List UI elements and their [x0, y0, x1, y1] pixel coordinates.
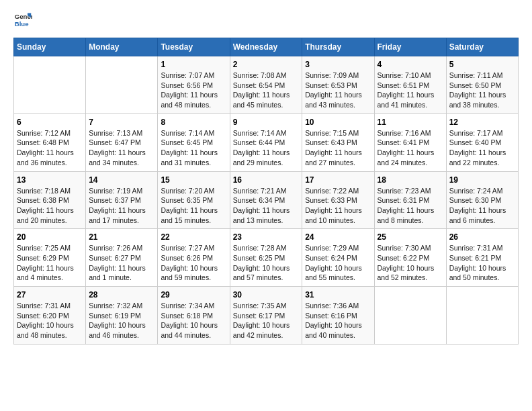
cell-content: Sunrise: 7:25 AM Sunset: 6:29 PM Dayligh… — [17, 243, 83, 283]
sunset: Sunset: 6:33 PM — [305, 196, 357, 204]
header-day: Sunday — [14, 38, 86, 56]
cell-content: Sunrise: 7:35 AM Sunset: 6:17 PM Dayligh… — [233, 301, 300, 340]
sunrise: Sunrise: 7:12 AM — [17, 129, 71, 137]
sunset: Sunset: 6:26 PM — [161, 254, 213, 262]
cell-content: Sunrise: 7:27 AM Sunset: 6:26 PM Dayligh… — [161, 243, 226, 283]
daylight: Daylight: 11 hours and 15 minutes. — [161, 206, 218, 224]
daylight: Daylight: 11 hours and 34 minutes. — [89, 148, 146, 167]
header-day: Thursday — [302, 38, 374, 56]
calendar-cell: 31 Sunrise: 7:36 AM Sunset: 6:16 PM Dayl… — [302, 287, 374, 345]
calendar-cell: 5 Sunrise: 7:11 AM Sunset: 6:50 PM Dayli… — [446, 56, 518, 114]
daylight: Daylight: 11 hours and 41 minutes. — [378, 91, 435, 109]
calendar-cell: 1 Sunrise: 7:07 AM Sunset: 6:56 PM Dayli… — [158, 56, 230, 114]
calendar-cell: 13 Sunrise: 7:18 AM Sunset: 6:38 PM Dayl… — [14, 171, 86, 229]
sunrise: Sunrise: 7:35 AM — [233, 302, 287, 310]
cell-content: Sunrise: 7:26 AM Sunset: 6:27 PM Dayligh… — [89, 243, 154, 283]
sunrise: Sunrise: 7:26 AM — [89, 244, 142, 252]
sunset: Sunset: 6:41 PM — [378, 138, 430, 146]
daylight: Daylight: 10 hours and 40 minutes. — [305, 321, 362, 339]
cell-content: Sunrise: 7:16 AM Sunset: 6:41 PM Dayligh… — [378, 128, 443, 168]
day-number: 16 — [233, 175, 300, 185]
calendar-week-row: 1 Sunrise: 7:07 AM Sunset: 6:56 PM Dayli… — [14, 56, 519, 114]
day-number: 3 — [305, 60, 371, 69]
calendar-table: SundayMondayTuesdayWednesdayThursdayFrid… — [13, 38, 519, 345]
sunset: Sunset: 6:56 PM — [161, 81, 213, 89]
daylight: Daylight: 10 hours and 42 minutes. — [233, 321, 290, 339]
sunrise: Sunrise: 7:36 AM — [305, 302, 359, 310]
daylight: Daylight: 11 hours and 27 minutes. — [305, 148, 362, 167]
sunset: Sunset: 6:35 PM — [161, 196, 213, 204]
sunrise: Sunrise: 7:31 AM — [17, 302, 71, 310]
sunset: Sunset: 6:30 PM — [449, 196, 502, 204]
cell-content: Sunrise: 7:30 AM Sunset: 6:22 PM Dayligh… — [378, 243, 443, 283]
calendar-cell: 3 Sunrise: 7:09 AM Sunset: 6:53 PM Dayli… — [302, 56, 374, 114]
daylight: Daylight: 11 hours and 1 minute. — [89, 264, 146, 282]
calendar-cell: 6 Sunrise: 7:12 AM Sunset: 6:48 PM Dayli… — [14, 113, 86, 171]
calendar-cell: 23 Sunrise: 7:28 AM Sunset: 6:25 PM Dayl… — [230, 229, 302, 287]
sunset: Sunset: 6:44 PM — [233, 138, 285, 146]
day-number: 20 — [17, 232, 83, 242]
calendar-cell: 9 Sunrise: 7:14 AM Sunset: 6:44 PM Dayli… — [230, 113, 302, 171]
sunset: Sunset: 6:54 PM — [233, 81, 285, 89]
calendar-cell: 26 Sunrise: 7:31 AM Sunset: 6:21 PM Dayl… — [446, 229, 518, 287]
cell-content: Sunrise: 7:12 AM Sunset: 6:48 PM Dayligh… — [17, 128, 83, 168]
day-number: 26 — [449, 232, 515, 242]
sunset: Sunset: 6:29 PM — [17, 254, 69, 262]
header-day: Friday — [374, 38, 446, 56]
day-number: 13 — [17, 175, 83, 185]
cell-content: Sunrise: 7:28 AM Sunset: 6:25 PM Dayligh… — [233, 243, 300, 283]
sunrise: Sunrise: 7:11 AM — [449, 71, 503, 79]
daylight: Daylight: 11 hours and 4 minutes. — [17, 264, 74, 282]
daylight: Daylight: 10 hours and 44 minutes. — [161, 321, 218, 339]
calendar-cell: 18 Sunrise: 7:23 AM Sunset: 6:31 PM Dayl… — [374, 171, 446, 229]
calendar-cell: 10 Sunrise: 7:15 AM Sunset: 6:43 PM Dayl… — [302, 113, 374, 171]
sunset: Sunset: 6:25 PM — [233, 254, 285, 262]
cell-content: Sunrise: 7:13 AM Sunset: 6:47 PM Dayligh… — [89, 128, 154, 168]
sunset: Sunset: 6:16 PM — [305, 312, 357, 320]
day-number: 30 — [233, 290, 300, 300]
day-number: 31 — [305, 290, 371, 300]
calendar-cell: 4 Sunrise: 7:10 AM Sunset: 6:51 PM Dayli… — [374, 56, 446, 114]
daylight: Daylight: 10 hours and 55 minutes. — [305, 264, 362, 282]
daylight: Daylight: 11 hours and 20 minutes. — [17, 206, 74, 224]
header-day: Tuesday — [158, 38, 230, 56]
sunrise: Sunrise: 7:20 AM — [161, 187, 214, 195]
daylight: Daylight: 10 hours and 46 minutes. — [89, 321, 146, 339]
day-number: 12 — [449, 118, 515, 127]
day-number: 27 — [17, 290, 83, 300]
sunset: Sunset: 6:40 PM — [449, 138, 502, 146]
day-number: 5 — [449, 60, 515, 69]
sunrise: Sunrise: 7:21 AM — [233, 187, 287, 195]
header-row: SundayMondayTuesdayWednesdayThursdayFrid… — [14, 38, 519, 56]
cell-content: Sunrise: 7:31 AM Sunset: 6:20 PM Dayligh… — [17, 301, 83, 340]
sunrise: Sunrise: 7:30 AM — [378, 244, 431, 252]
daylight: Daylight: 11 hours and 17 minutes. — [89, 206, 146, 224]
header-day: Wednesday — [230, 38, 302, 56]
day-number: 18 — [378, 175, 443, 185]
daylight: Daylight: 11 hours and 24 minutes. — [378, 148, 435, 167]
cell-content: Sunrise: 7:18 AM Sunset: 6:38 PM Dayligh… — [17, 186, 83, 226]
sunset: Sunset: 6:22 PM — [378, 254, 430, 262]
sunset: Sunset: 6:31 PM — [378, 196, 430, 204]
header-day: Saturday — [446, 38, 518, 56]
cell-content: Sunrise: 7:22 AM Sunset: 6:33 PM Dayligh… — [305, 186, 371, 226]
calendar-cell: 7 Sunrise: 7:13 AM Sunset: 6:47 PM Dayli… — [86, 113, 158, 171]
sunrise: Sunrise: 7:14 AM — [233, 129, 287, 137]
daylight: Daylight: 11 hours and 38 minutes. — [449, 91, 506, 109]
daylight: Daylight: 11 hours and 10 minutes. — [305, 206, 362, 224]
day-number: 11 — [378, 118, 443, 127]
calendar-cell: 22 Sunrise: 7:27 AM Sunset: 6:26 PM Dayl… — [158, 229, 230, 287]
cell-content: Sunrise: 7:29 AM Sunset: 6:24 PM Dayligh… — [305, 243, 371, 283]
sunrise: Sunrise: 7:31 AM — [449, 244, 503, 252]
sunset: Sunset: 6:51 PM — [378, 81, 430, 89]
day-number: 1 — [161, 60, 226, 69]
calendar-cell: 16 Sunrise: 7:21 AM Sunset: 6:34 PM Dayl… — [230, 171, 302, 229]
header-day: Monday — [86, 38, 158, 56]
calendar-cell — [446, 287, 518, 345]
sunrise: Sunrise: 7:18 AM — [17, 187, 71, 195]
sunrise: Sunrise: 7:10 AM — [378, 71, 431, 79]
daylight: Daylight: 10 hours and 48 minutes. — [17, 321, 74, 339]
calendar-cell — [86, 56, 158, 114]
calendar-week-row: 20 Sunrise: 7:25 AM Sunset: 6:29 PM Dayl… — [14, 229, 519, 287]
calendar-cell: 19 Sunrise: 7:24 AM Sunset: 6:30 PM Dayl… — [446, 171, 518, 229]
